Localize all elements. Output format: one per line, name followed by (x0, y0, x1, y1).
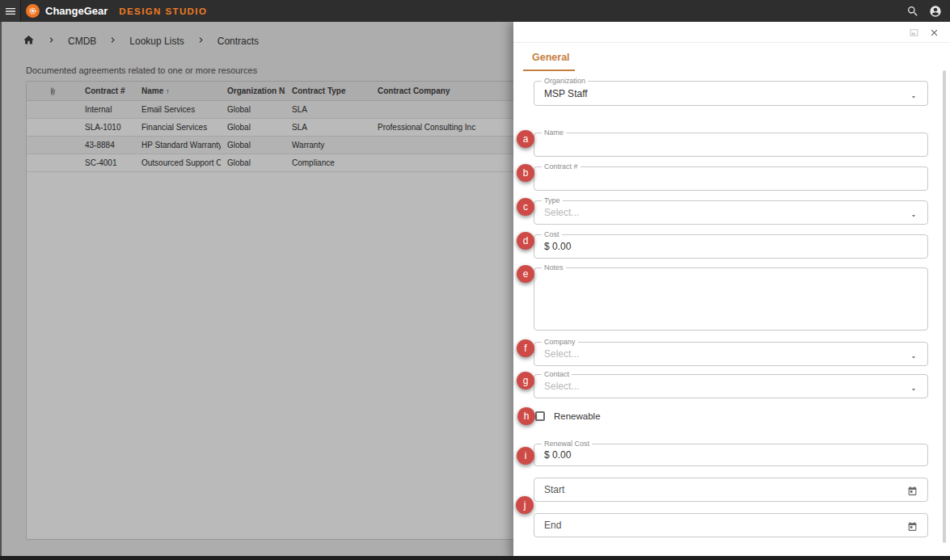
contact-label: Contact (542, 370, 572, 378)
hamburger-icon (4, 5, 17, 18)
contract-number-input[interactable] (544, 173, 918, 184)
changegear-gear-logo-icon (26, 4, 40, 18)
company-label: Company (542, 338, 578, 346)
start-date-field-wrap (534, 478, 928, 502)
panel-tab-bar: General (513, 43, 950, 71)
chevron-down-icon (910, 90, 918, 98)
renewable-checkbox[interactable] (535, 411, 545, 421)
contract-detail-panel: General Organization MSP Staff a Name b … (513, 22, 950, 560)
tab-general[interactable]: General (532, 52, 570, 63)
chevron-down-icon (910, 350, 918, 358)
navbar-actions (906, 5, 950, 18)
calendar-icon[interactable] (907, 485, 918, 495)
calendar-icon[interactable] (907, 520, 918, 531)
hamburger-menu-button[interactable] (0, 0, 21, 22)
active-tab-underline (523, 69, 575, 71)
chevron-down-icon (910, 208, 918, 217)
annotation-badge-i: i (517, 447, 534, 465)
open-in-popup-icon[interactable] (909, 27, 919, 37)
cost-label: Cost (542, 230, 562, 238)
app-window: ChangeGear DESIGN STUDIO CMDB Lookup Lis… (0, 0, 950, 560)
organization-value: MSP Staff (544, 88, 588, 99)
notes-textarea[interactable] (544, 275, 918, 323)
renewable-row: h Renewable (535, 410, 928, 423)
brand-name: ChangeGear (45, 5, 108, 17)
renewal-cost-field-wrap: i Renewal Cost (534, 444, 928, 466)
organization-select[interactable]: Organization MSP Staff (534, 81, 928, 106)
type-placeholder: Select... (544, 207, 579, 218)
panel-scrollbar[interactable] (943, 70, 946, 543)
top-navbar: ChangeGear DESIGN STUDIO (0, 0, 950, 22)
renewable-label: Renewable (554, 411, 601, 421)
date-range-group: j (534, 478, 928, 537)
annotation-badge-c: c (517, 198, 534, 216)
company-select[interactable]: f Company Select... (534, 342, 928, 366)
notes-field-wrap: e Notes (534, 267, 928, 331)
bottom-edge-strip (0, 556, 950, 560)
close-icon[interactable] (929, 27, 939, 37)
type-label: Type (542, 196, 563, 204)
contact-select[interactable]: g Contact Select... (534, 374, 928, 398)
company-placeholder: Select... (544, 348, 579, 360)
end-date-input[interactable] (544, 520, 907, 531)
start-date-input[interactable] (544, 484, 907, 495)
contract-number-label: Contract # (542, 162, 581, 171)
notes-label: Notes (542, 263, 566, 272)
end-date-field-wrap (534, 513, 928, 537)
panel-toolbar (513, 22, 950, 43)
renewal-cost-input[interactable] (544, 449, 918, 461)
cost-input[interactable] (544, 241, 918, 252)
name-input[interactable] (544, 139, 918, 150)
contact-placeholder: Select... (544, 381, 579, 392)
name-field-wrap: a Name (534, 133, 928, 157)
general-form: Organization MSP Staff a Name b Contract… (513, 71, 950, 537)
contract-number-field-wrap: b Contract # (534, 166, 928, 191)
annotation-badge-d: d (517, 232, 534, 250)
search-icon[interactable] (906, 5, 919, 18)
annotation-badge-g: g (517, 372, 534, 389)
brand-product: DESIGN STUDIO (119, 6, 207, 16)
annotation-badge-a: a (517, 130, 534, 148)
cost-field-wrap: d Cost (534, 234, 928, 259)
annotation-badge-h: h (517, 407, 535, 425)
account-icon[interactable] (929, 5, 942, 18)
chevron-down-icon (910, 382, 918, 390)
name-label: Name (542, 128, 566, 137)
brand: ChangeGear DESIGN STUDIO (26, 4, 207, 18)
renewal-cost-label: Renewal Cost (542, 440, 592, 448)
type-select[interactable]: c Type Select... (534, 200, 928, 225)
annotation-badge-e: e (517, 265, 534, 283)
organization-label: Organization (542, 77, 588, 85)
annotation-badge-j: j (516, 496, 534, 514)
annotation-badge-b: b (517, 164, 534, 182)
annotation-badge-f: f (517, 339, 534, 357)
